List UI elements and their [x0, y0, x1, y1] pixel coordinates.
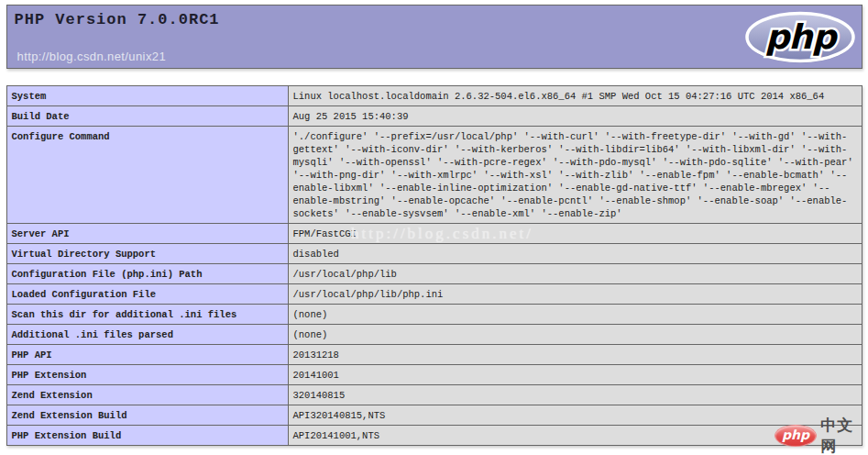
phpinfo-table: System Linux localhost.localdomain 2.6.3… — [6, 85, 863, 446]
row-value: FPM/FastCGI — [288, 224, 862, 244]
row-system: System Linux localhost.localdomain 2.6.3… — [6, 86, 862, 106]
phpcn-logo-icon: php — [775, 426, 816, 446]
row-value: (none) — [288, 325, 862, 345]
row-value: 20131218 — [288, 345, 862, 365]
row-label: PHP Extension Build — [6, 426, 288, 446]
row-label: Configure Command — [6, 127, 288, 224]
phpcn-watermark: php 中文网 — [775, 415, 868, 455]
row-configuration-file-path: Configuration File (php.ini) Path /usr/l… — [6, 264, 862, 284]
row-value: disabled — [288, 244, 862, 264]
svg-text:php: php — [764, 17, 838, 57]
row-value: 320140815 — [288, 385, 862, 405]
row-value: Linux localhost.localdomain 2.6.32-504.e… — [288, 86, 862, 106]
row-php-extension: PHP Extension 20141001 — [6, 365, 862, 385]
phpinfo-page: PHP Version 7.0.0RC1 http://blog.csdn.ne… — [0, 0, 868, 455]
row-loaded-configuration-file: Loaded Configuration File /usr/local/php… — [6, 284, 862, 305]
row-php-extension-build: PHP Extension Build API20141001,NTS — [6, 426, 862, 446]
row-build-date: Build Date Aug 25 2015 15:40:39 — [6, 106, 862, 127]
row-value: 20141001 — [288, 365, 862, 385]
row-value: (none) — [288, 305, 862, 325]
phpcn-site-name: 中文网 — [820, 415, 868, 455]
row-virtual-directory-support: Virtual Directory Support disabled — [6, 244, 862, 264]
row-scan-dir-ini: Scan this dir for additional .ini files … — [6, 305, 862, 325]
phpinfo-header: PHP Version 7.0.0RC1 http://blog.csdn.ne… — [6, 5, 863, 69]
row-zend-extension-build: Zend Extension Build API320140815,NTS — [6, 405, 862, 426]
row-label: PHP API — [6, 345, 288, 365]
row-label: Server API — [6, 224, 288, 244]
row-value: /usr/local/php/lib/php.ini — [288, 284, 862, 305]
row-label: System — [6, 86, 288, 106]
php-logo-icon[interactable]: php — [743, 11, 857, 64]
page-title: PHP Version 7.0.0RC1 — [7, 6, 862, 28]
row-label: Scan this dir for additional .ini files — [6, 305, 288, 325]
row-zend-extension: Zend Extension 320140815 — [6, 385, 862, 405]
csdn-header-watermark: http://blog.csdn.net/unix21 — [17, 50, 167, 63]
row-label: Build Date — [6, 106, 288, 127]
row-php-api: PHP API 20131218 — [6, 345, 862, 365]
row-label: Additional .ini files parsed — [6, 325, 288, 345]
row-label: Zend Extension — [6, 385, 288, 405]
row-configure-command: Configure Command './configure' '--prefi… — [6, 127, 862, 224]
row-label: Loaded Configuration File — [6, 284, 288, 305]
row-label: PHP Extension — [6, 365, 288, 385]
row-server-api: Server API FPM/FastCGI — [6, 224, 862, 244]
row-label: Configuration File (php.ini) Path — [6, 264, 288, 284]
row-additional-ini-parsed: Additional .ini files parsed (none) — [6, 325, 862, 345]
row-value: /usr/local/php/lib — [288, 264, 862, 284]
row-value: Aug 25 2015 15:40:39 — [288, 106, 862, 127]
row-value: './configure' '--prefix=/usr/local/php' … — [288, 127, 862, 224]
row-label: Zend Extension Build — [6, 405, 288, 426]
row-label: Virtual Directory Support — [6, 244, 288, 264]
